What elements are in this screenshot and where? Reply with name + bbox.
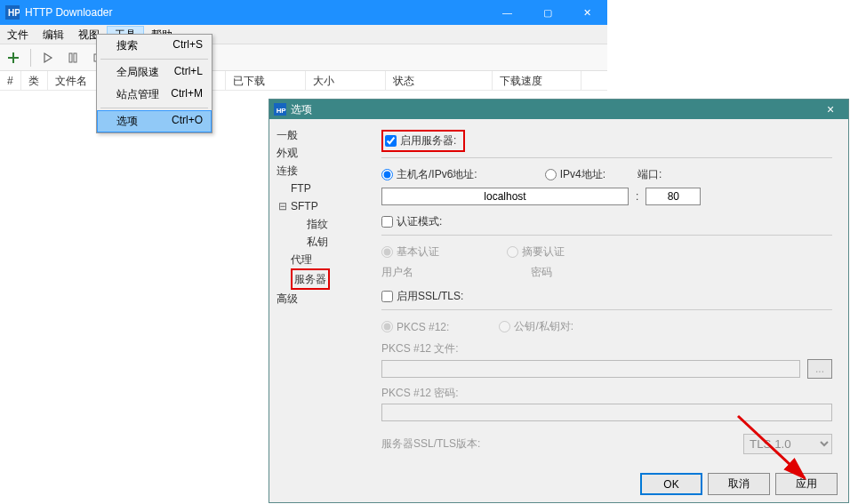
col-type[interactable]: 类 — [21, 71, 48, 90]
keypair-radio: 公钥/私钥对: — [499, 319, 573, 334]
col-num[interactable]: # — [0, 71, 21, 90]
dropdown-separator — [100, 108, 208, 108]
pkcs12-file-label: PKCS #12 文件: — [381, 341, 832, 356]
close-button[interactable]: ✕ — [567, 0, 607, 25]
dialog-title: 选项 — [291, 102, 813, 117]
dropdown-sitemanager[interactable]: 站点管理Ctrl+M — [97, 84, 212, 106]
digest-auth-radio: 摘要认证 — [507, 244, 565, 260]
dropdown-separator — [100, 59, 208, 60]
browse-button: ... — [807, 359, 832, 379]
dialog-close-icon[interactable]: × — [813, 102, 848, 116]
sidebar-appearance[interactable]: 外观 — [275, 144, 365, 162]
dialog-titlebar: HP 选项 × — [269, 100, 848, 119]
username-label: 用户名 — [381, 265, 524, 280]
ssl-version-label: 服务器SSL/TLS版本: — [381, 436, 736, 452]
sidebar-ftp[interactable]: FTP — [275, 180, 365, 197]
main-title: HTTP Downloader — [25, 6, 487, 19]
svg-rect-3 — [74, 53, 76, 62]
svg-rect-2 — [69, 53, 72, 62]
cancel-button[interactable]: 取消 — [708, 473, 770, 495]
tls-version-select: TLS 1.0 — [743, 434, 832, 454]
play-icon[interactable] — [38, 48, 58, 68]
svg-text:HP: HP — [277, 107, 286, 115]
app-icon: HP — [274, 103, 286, 116]
main-titlebar: HP HTTP Downloader — ▢ ✕ — [0, 0, 607, 25]
pkcs12-pass-label: PKCS #12 密码: — [381, 386, 832, 401]
sidebar-general[interactable]: 一般 — [275, 126, 365, 144]
collapse-icon[interactable]: ⊟ — [278, 197, 287, 215]
svg-text:HP: HP — [8, 8, 20, 18]
menu-edit[interactable]: 编辑 — [36, 25, 71, 44]
sidebar-server[interactable]: 服务器 — [275, 268, 365, 290]
hostname-radio[interactable]: 主机名/IPv6地址: — [381, 167, 477, 182]
options-dialog: HP 选项 × 一般 外观 连接 FTP ⊟SFTP 指纹 私钥 代理 服务器 … — [269, 99, 849, 503]
pkcs12-file-input — [381, 360, 800, 378]
auth-mode-checkbox[interactable]: 认证模式: — [381, 214, 832, 229]
toolbar-separator — [30, 49, 31, 67]
options-sidebar: 一般 外观 连接 FTP ⊟SFTP 指纹 私钥 代理 服务器 高级 — [269, 119, 371, 479]
column-headers: # 类 文件名 已下载 大小 状态 下载速度 — [0, 71, 607, 91]
options-content: 启用服务器: 主机名/IPv6地址: IPv4地址: 端口: : 认证模式: — [371, 119, 848, 479]
hostname-input[interactable] — [381, 188, 629, 205]
minimize-button[interactable]: — — [487, 0, 527, 25]
dropdown-speedlimit[interactable]: 全局限速Ctrl+L — [97, 61, 212, 84]
port-input[interactable] — [646, 188, 701, 205]
port-separator: : — [636, 190, 638, 203]
basic-auth-radio: 基本认证 — [381, 244, 439, 260]
col-status[interactable]: 状态 — [386, 71, 493, 90]
pkcs12-pass-input — [381, 404, 832, 421]
col-downloaded[interactable]: 已下载 — [226, 71, 306, 90]
enable-ssl-checkbox[interactable]: 启用SSL/TLS: — [381, 289, 832, 304]
dropdown-options[interactable]: 选项Ctrl+O — [97, 110, 212, 132]
maximize-button[interactable]: ▢ — [527, 0, 567, 25]
sidebar-sftp[interactable]: ⊟SFTP — [275, 197, 365, 215]
apply-button[interactable]: 应用 — [775, 473, 838, 495]
app-icon: HP — [5, 5, 20, 20]
password-label: 密码 — [531, 265, 552, 280]
menubar: 文件 编辑 视图 工具 帮助 — [0, 25, 607, 44]
sidebar-proxy[interactable]: 代理 — [275, 251, 365, 268]
pause-icon[interactable] — [63, 48, 83, 68]
col-speed[interactable]: 下载速度 — [493, 71, 581, 90]
tools-dropdown: 搜索Ctrl+S 全局限速Ctrl+L 站点管理Ctrl+M 选项Ctrl+O — [96, 34, 212, 133]
col-size[interactable]: 大小 — [306, 71, 386, 90]
enable-server-checkbox[interactable]: 启用服务器: — [385, 133, 456, 148]
ok-button[interactable]: OK — [640, 473, 702, 495]
ipv4-radio[interactable]: IPv4地址: — [545, 167, 605, 182]
port-label: 端口: — [638, 167, 662, 182]
sidebar-privatekey[interactable]: 私钥 — [275, 233, 365, 251]
dialog-footer: OK 取消 应用 — [640, 473, 838, 495]
sidebar-connection[interactable]: 连接 — [275, 162, 365, 180]
toolbar — [0, 44, 607, 71]
sidebar-fingerprint[interactable]: 指纹 — [275, 215, 365, 233]
menu-file[interactable]: 文件 — [0, 25, 36, 44]
add-icon[interactable] — [4, 48, 23, 68]
pkcs12-radio: PKCS #12: — [381, 321, 449, 333]
dropdown-search[interactable]: 搜索Ctrl+S — [97, 35, 212, 57]
sidebar-advanced[interactable]: 高级 — [275, 290, 365, 308]
